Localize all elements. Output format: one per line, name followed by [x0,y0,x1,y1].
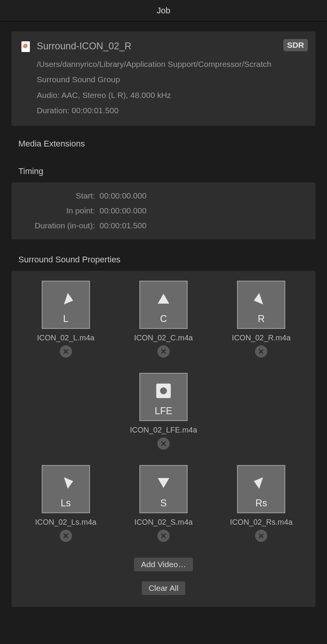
channel-well[interactable]: S [139,465,188,513]
timing-value: 00:00:01.500 [100,218,147,233]
channel-code: R [258,313,265,324]
timing-row: Duration (in-out):00:00:01.500 [19,218,308,233]
channel-l: LICON_02_L.m4a [18,281,113,358]
job-path: /Users/dannyrico/Library/Application Sup… [37,59,306,70]
channel-r: RICON_02_R.m4a [214,281,309,358]
channel-filename: ICON_02_Rs.m4a [230,518,293,527]
channel-code: L [63,313,69,324]
job-audio-summary: Audio: AAC, Stereo (L R), 48.000 kHz [37,90,306,101]
channel-code: S [160,498,167,509]
channel-code: LFE [155,405,172,416]
svg-marker-5 [64,477,73,489]
channel-well[interactable]: Rs [237,465,285,513]
channel-code: Rs [255,498,267,509]
timing-value: 00:00:00.000 [100,189,147,203]
arrow-up-icon [154,289,173,308]
channel-lfe: LFEICON_02_LFE.m4a [116,373,211,450]
surround-block: LICON_02_L.m4aCICON_02_C.m4aRICON_02_R.m… [11,271,316,607]
svg-marker-2 [254,293,263,304]
media-extensions-heading: Media Extensions [18,139,316,149]
remove-channel-button[interactable] [255,530,267,542]
channel-filename: ICON_02_L.m4a [37,333,95,342]
document-icon [21,41,30,52]
channel-well[interactable]: Ls [42,465,90,513]
remove-channel-button[interactable] [60,530,72,542]
channel-filename: ICON_02_C.m4a [134,333,193,342]
timing-row: In point:00:00:00.000 [19,203,308,218]
timing-value: 00:00:00.000 [100,203,147,218]
channel-filename: ICON_02_LFE.m4a [130,426,197,434]
arrow-up-left-icon [56,289,75,308]
surround-heading: Surround Sound Properties [18,255,316,265]
channel-rs: RsICON_02_Rs.m4a [214,465,309,542]
lfe-icon [154,381,173,400]
window-title: Job [0,0,327,21]
channel-ls: LsICON_02_Ls.m4a [18,465,113,542]
svg-marker-0 [64,293,73,304]
timing-row: Start:00:00:00.000 [19,189,308,203]
sdr-badge: SDR [283,39,308,51]
add-video-button[interactable]: Add Video… [134,557,193,572]
timing-block: Start:00:00:00.000In point:00:00:00.000D… [11,182,316,239]
channel-well[interactable]: C [139,281,188,329]
svg-marker-1 [158,294,169,304]
svg-marker-7 [254,477,263,489]
job-group: Surround Sound Group [37,74,306,85]
arrow-down-left-icon [56,473,75,493]
remove-channel-button[interactable] [157,345,170,358]
remove-channel-button[interactable] [255,345,267,358]
channel-well[interactable]: LFE [139,373,188,421]
remove-channel-button[interactable] [157,530,170,542]
job-summary-card: SDR Surround-ICON_02_R /Users/dannyrico/… [11,31,316,126]
channel-well[interactable]: L [42,281,90,329]
svg-point-4 [160,387,167,394]
channel-well[interactable]: R [237,281,285,329]
window-title-text: Job [157,6,170,16]
channel-filename: ICON_02_R.m4a [232,333,291,342]
arrow-down-icon [154,473,173,493]
timing-heading: Timing [18,166,316,176]
timing-label: Duration (in-out): [19,218,100,233]
svg-marker-6 [158,478,169,488]
channel-c: CICON_02_C.m4a [116,281,211,358]
job-name: Surround-ICON_02_R [37,41,131,52]
channel-code: C [160,313,167,324]
channel-filename: ICON_02_S.m4a [134,518,193,527]
clear-all-button[interactable]: Clear All [141,581,186,595]
arrow-down-right-icon [252,473,271,493]
channel-s: SICON_02_S.m4a [116,465,211,542]
arrow-up-right-icon [252,289,271,308]
timing-label: In point: [19,203,100,218]
timing-label: Start: [19,189,100,203]
channel-filename: ICON_02_Ls.m4a [35,518,96,527]
channel-code: Ls [60,498,70,509]
job-duration: Duration: 00:00:01.500 [37,105,306,116]
remove-channel-button[interactable] [60,345,72,358]
remove-channel-button[interactable] [157,437,170,450]
